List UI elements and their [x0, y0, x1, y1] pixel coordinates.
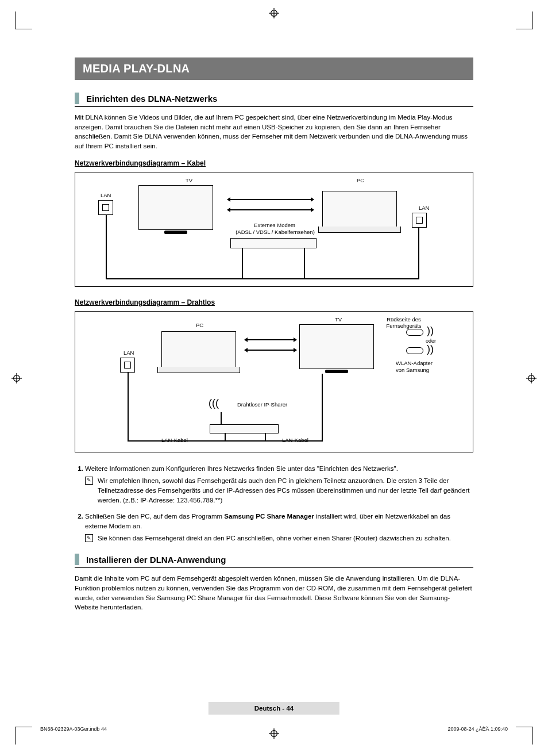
section-heading: Installieren der DLNA-Anwendung	[75, 554, 473, 568]
crop-mark	[532, 727, 533, 745]
bidirectional-arrow-icon	[248, 339, 294, 340]
cable-icon	[106, 215, 107, 278]
list-item-text-a: Schließen Sie den PC, auf dem das Progra…	[85, 513, 224, 520]
wlan-adapter-icon	[406, 329, 423, 336]
cable-icon	[106, 278, 419, 279]
note-icon: ✎	[85, 534, 93, 542]
laptop-icon	[322, 191, 397, 228]
footer-meta: BN68-02329A-03Ger.indb 44 2009-08-24 ¿ÀÈ…	[40, 726, 508, 732]
note-icon: ✎	[85, 477, 93, 485]
list-item-text-b: Samsung PC Share Manager	[224, 513, 314, 520]
modem-sublabel: (ADSL / VDSL / Kabelfernsehen)	[223, 229, 327, 235]
cable-icon	[322, 374, 323, 442]
tv-label: TV	[335, 316, 342, 323]
registration-mark-icon	[269, 8, 279, 18]
cable-icon	[128, 440, 323, 442]
diagram-wired: TV PC LAN LAN Externes Modem (ADSL / VDS…	[75, 172, 473, 287]
wifi-waves-icon: (((	[209, 398, 219, 408]
tv-icon	[299, 324, 374, 369]
crop-mark	[516, 29, 533, 29]
list-item: Weitere Informationen zum Konfigurieren …	[85, 464, 473, 506]
page-title: MEDIA PLAY-DLNA	[75, 57, 473, 80]
cable-icon	[265, 433, 266, 440]
crop-mark	[15, 11, 16, 29]
modem-icon	[230, 238, 317, 248]
intro-paragraph: Damit die Inhalte vom PC auf dem Fernseh…	[75, 574, 473, 612]
crop-mark	[15, 727, 32, 727]
lan-label: LAN	[124, 350, 134, 356]
heading-accent-icon	[75, 93, 79, 104]
wlan-adapter-sublabel: von Samsung	[396, 367, 447, 373]
wifi-waves-icon: ))	[427, 344, 434, 354]
bidirectional-arrow-icon	[230, 209, 311, 210]
note-row: ✎ Sie können das Fernsehgerät direkt an …	[85, 534, 473, 543]
laptop-icon	[161, 331, 236, 368]
footer-right: 2009-08-24 ¿ÀÈÄ 1:09:40	[447, 726, 508, 732]
bidirectional-arrow-icon	[248, 350, 294, 351]
modem-label: Externes Modem	[243, 222, 306, 228]
list-item-text: Weitere Informationen zum Konfigurieren …	[85, 465, 398, 472]
crop-mark	[516, 727, 533, 727]
procedure-list: Weitere Informationen zum Konfigurieren …	[75, 464, 473, 544]
diagram-caption-wireless: Netzwerkverbindungsdiagramm – Drahtlos	[75, 298, 473, 306]
note-row: ✎ Wir empfehlen Ihnen, sowohl das Fernse…	[85, 476, 473, 506]
lan-label-left: LAN	[101, 192, 111, 198]
cable-icon	[242, 248, 243, 278]
heading-text: Einrichten des DLNA-Netzwerks	[86, 94, 217, 103]
cable-icon	[418, 228, 419, 279]
heading-accent-icon	[75, 554, 79, 565]
lan-port-icon	[120, 358, 135, 373]
cable-icon	[225, 433, 226, 440]
diagram-caption-wired: Netzwerkverbindungsdiagramm – Kabel	[75, 159, 473, 167]
note-text: Sie können das Fernsehgerät direkt an de…	[98, 534, 451, 543]
crop-mark	[15, 727, 16, 745]
lan-port-icon	[98, 200, 113, 215]
wlan-adapter-label: WLAN-Adapter	[396, 360, 447, 366]
bidirectional-arrow-icon	[230, 199, 311, 200]
cable-icon	[304, 248, 305, 278]
router-icon	[210, 424, 279, 433]
tv-label: TV	[186, 177, 192, 183]
manual-page: MEDIA PLAY-DLNA Einrichten des DLNA-Netz…	[0, 0, 548, 756]
crop-mark	[532, 11, 533, 29]
registration-mark-icon	[526, 373, 537, 383]
lan-label-right: LAN	[419, 205, 429, 211]
footer-left: BN68-02329A-03Ger.indb 44	[40, 726, 107, 732]
intro-paragraph: Mit DLNA können Sie Videos und Bilder, d…	[75, 113, 473, 151]
wifi-waves-icon: ))	[427, 325, 434, 336]
section-dlna-network: Einrichten des DLNA-Netzwerks Mit DLNA k…	[75, 93, 473, 543]
list-item: Schließen Sie den PC, auf dem das Progra…	[85, 512, 473, 544]
registration-mark-icon	[11, 373, 22, 383]
section-install-dlna-app: Installieren der DLNA-Anwendung Damit di…	[75, 554, 473, 612]
section-heading: Einrichten des DLNA-Netzwerks	[75, 93, 473, 107]
diagram-wireless: PC TV Rückseite des Fernsehgeräts LAN ))…	[75, 311, 473, 452]
page-number-pill: Deutsch - 44	[209, 702, 339, 715]
note-text: Wir empfehlen Ihnen, sowohl das Fernsehg…	[98, 476, 473, 506]
lan-port-icon	[412, 213, 427, 228]
tv-icon	[138, 185, 213, 230]
pc-label: PC	[357, 177, 364, 183]
crop-mark	[15, 29, 32, 29]
heading-text: Installieren der DLNA-Anwendung	[86, 555, 226, 565]
wlan-adapter-icon	[406, 347, 423, 354]
cable-icon	[128, 373, 129, 440]
pc-label: PC	[196, 322, 203, 328]
router-label: Drahtloser IP-Sharer	[237, 401, 287, 408]
